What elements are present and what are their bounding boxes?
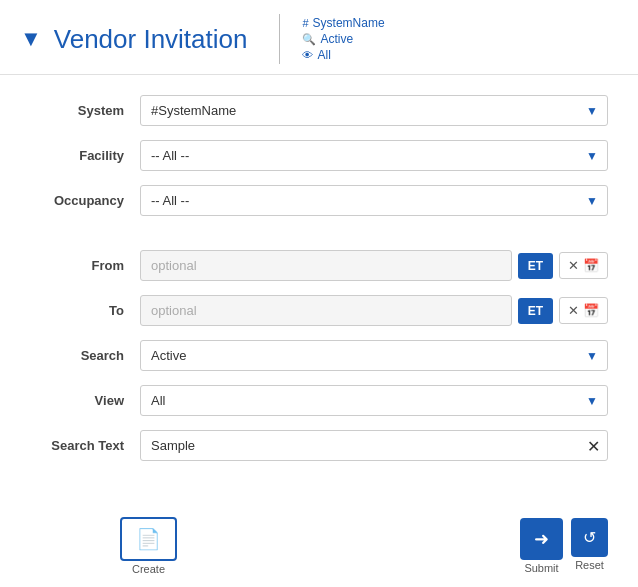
form-container: System #SystemName ▼ Facility -- All -- … bbox=[0, 75, 638, 495]
filter-icon: ▼ bbox=[20, 26, 42, 52]
from-clear-icon: ✕ bbox=[568, 258, 579, 273]
from-et-button[interactable]: ET bbox=[518, 253, 553, 279]
page-header: ▼ Vendor Invitation # SystemName 🔍 Activ… bbox=[0, 0, 638, 75]
from-input[interactable] bbox=[140, 250, 512, 281]
facility-select[interactable]: -- All -- bbox=[140, 140, 608, 171]
view-select[interactable]: All bbox=[140, 385, 608, 416]
search-select[interactable]: Active Inactive All bbox=[140, 340, 608, 371]
reset-icon: ↺ bbox=[583, 528, 596, 547]
facility-label: Facility bbox=[30, 148, 140, 163]
meta-active: 🔍 Active bbox=[302, 32, 384, 46]
to-input[interactable] bbox=[140, 295, 512, 326]
page-title: Vendor Invitation bbox=[54, 24, 248, 55]
submit-button-group: ➜ Submit bbox=[520, 518, 563, 574]
meta-system-label: SystemName bbox=[313, 16, 385, 30]
from-label: From bbox=[30, 258, 140, 273]
to-control: ET ✕ 📅 bbox=[140, 295, 608, 326]
occupancy-label: Occupancy bbox=[30, 193, 140, 208]
from-clear-button[interactable]: ✕ 📅 bbox=[559, 252, 608, 279]
create-button[interactable]: 📄 bbox=[120, 517, 177, 561]
submit-reset-group: ➜ Submit ↺ Reset bbox=[520, 518, 608, 574]
system-control: #SystemName ▼ bbox=[140, 95, 608, 126]
system-select-wrapper: #SystemName ▼ bbox=[140, 95, 608, 126]
from-date-row: ET ✕ 📅 bbox=[140, 250, 608, 281]
to-et-button[interactable]: ET bbox=[518, 298, 553, 324]
header-divider bbox=[279, 14, 280, 64]
to-clear-icon: ✕ bbox=[568, 303, 579, 318]
meta-all-label: All bbox=[317, 48, 330, 62]
to-label: To bbox=[30, 303, 140, 318]
action-row: 📄 Create ➜ Submit ↺ Reset bbox=[0, 501, 638, 585]
facility-control: -- All -- ▼ bbox=[140, 140, 608, 171]
arrow-right-icon: ➜ bbox=[534, 528, 549, 550]
eye-icon: 👁 bbox=[302, 49, 313, 61]
meta-active-label: Active bbox=[320, 32, 353, 46]
system-label: System bbox=[30, 103, 140, 118]
reset-label: Reset bbox=[575, 559, 604, 571]
from-control: ET ✕ 📅 bbox=[140, 250, 608, 281]
facility-row: Facility -- All -- ▼ bbox=[30, 140, 608, 171]
reset-button[interactable]: ↺ bbox=[571, 518, 608, 557]
search-control: Active Inactive All ▼ bbox=[140, 340, 608, 371]
occupancy-row: Occupancy -- All -- ▼ bbox=[30, 185, 608, 216]
search-text-wrapper: ✕ bbox=[140, 430, 608, 461]
view-control: All ▼ bbox=[140, 385, 608, 416]
search-text-control: ✕ bbox=[140, 430, 608, 461]
system-select[interactable]: #SystemName bbox=[140, 95, 608, 126]
create-button-group: 📄 Create bbox=[120, 517, 177, 575]
system-row: System #SystemName ▼ bbox=[30, 95, 608, 126]
search-label: Search bbox=[30, 348, 140, 363]
search-select-wrapper: Active Inactive All ▼ bbox=[140, 340, 608, 371]
search-text-row: Search Text ✕ bbox=[30, 430, 608, 461]
search-text-input[interactable] bbox=[140, 430, 608, 461]
occupancy-select[interactable]: -- All -- bbox=[140, 185, 608, 216]
submit-label: Submit bbox=[524, 562, 558, 574]
to-date-row: ET ✕ 📅 bbox=[140, 295, 608, 326]
to-clear-button[interactable]: ✕ 📅 bbox=[559, 297, 608, 324]
create-label: Create bbox=[132, 563, 165, 575]
hash-icon: # bbox=[302, 17, 308, 29]
submit-button[interactable]: ➜ bbox=[520, 518, 563, 560]
search-meta-icon: 🔍 bbox=[302, 33, 316, 46]
meta-all: 👁 All bbox=[302, 48, 384, 62]
header-meta: # SystemName 🔍 Active 👁 All bbox=[302, 16, 384, 62]
meta-system: # SystemName bbox=[302, 16, 384, 30]
from-row: From ET ✕ 📅 bbox=[30, 250, 608, 281]
search-text-clear-button[interactable]: ✕ bbox=[587, 436, 600, 455]
document-icon: 📄 bbox=[136, 527, 161, 551]
to-calendar-icon: 📅 bbox=[583, 303, 599, 318]
to-row: To ET ✕ 📅 bbox=[30, 295, 608, 326]
view-select-wrapper: All ▼ bbox=[140, 385, 608, 416]
reset-button-group: ↺ Reset bbox=[571, 518, 608, 574]
view-row: View All ▼ bbox=[30, 385, 608, 416]
view-label: View bbox=[30, 393, 140, 408]
search-text-label: Search Text bbox=[30, 438, 140, 453]
occupancy-select-wrapper: -- All -- ▼ bbox=[140, 185, 608, 216]
facility-select-wrapper: -- All -- ▼ bbox=[140, 140, 608, 171]
occupancy-control: -- All -- ▼ bbox=[140, 185, 608, 216]
from-calendar-icon: 📅 bbox=[583, 258, 599, 273]
search-row: Search Active Inactive All ▼ bbox=[30, 340, 608, 371]
